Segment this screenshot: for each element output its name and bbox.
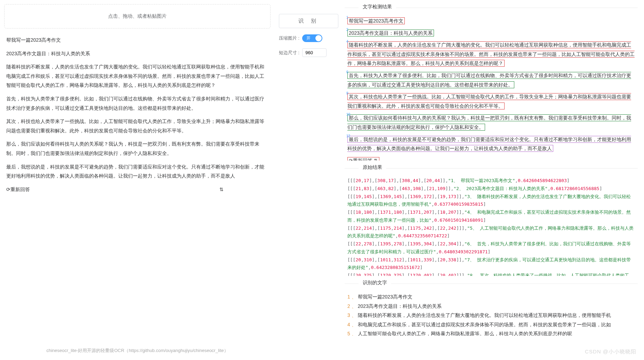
detection-text: 那么，我们应该如何看待科技与人类的关系呢？我认为，科技是一把双刃剑，既有利支有弊… bbox=[347, 114, 631, 131]
short-side-row: 短边尺寸 : bbox=[279, 48, 338, 57]
raw-line: [[[21,83],[463,82],[463,108],[21,109]],"… bbox=[347, 185, 635, 193]
controls-panel: 识 别 压缩图片 : 开 短边尺寸 : bbox=[275, 0, 343, 360]
preview-paragraph: 那么，我们应该如何看待科技与人类的关系呢？我认为，科技是一把双刃剑，既有利支有弊… bbox=[6, 139, 268, 158]
detection-box: ⟳重新回答 bbox=[347, 156, 635, 161]
detection-text: 首先，科技为人类带来了很多便利。比如，我们门可以通过在线购物、外卖等方式省去了很… bbox=[347, 72, 631, 88]
raw-line: [[[20,310],[1011,312],[1011,339],[20,338… bbox=[347, 256, 635, 272]
recognized-line: 5、人工智能可能会取代人类的工作，网络暴力和隐私泄露等。那么，科技与人类的关系到… bbox=[347, 329, 635, 336]
preview-paragraph: 最后，我想说的是，科技的发展是不可避免的趋势，我们门需要适应和应对这个变化。只有… bbox=[6, 162, 268, 181]
short-side-input[interactable] bbox=[302, 48, 327, 57]
image-dropzone[interactable]: 点击、拖动、或者粘贴图片 bbox=[4, 4, 271, 28]
detection-body[interactable]: 1帮我写一篇2023高考作文22023高考作文题目：科技与人类的关系4随着科技的… bbox=[345, 8, 638, 161]
preview-paragraph: 帮我写一篇2023高考作文 bbox=[6, 35, 268, 45]
raw-line: [[[22,214],[1175,214],[1175,242],[22,242… bbox=[347, 224, 635, 240]
detection-section: 文字检测结果 1帮我写一篇2023高考作文22023高考作文题目：科技与人类的关… bbox=[345, 8, 638, 161]
right-panel: 文字检测结果 1帮我写一篇2023高考作文22023高考作文题目：科技与人类的关… bbox=[343, 0, 644, 360]
detection-box: 22023高考作文题目：科技与人类的关系 bbox=[347, 28, 635, 38]
raw-line: [[[19,145],[1369,145],[1369,172],[19,173… bbox=[347, 193, 635, 209]
text-title: 识别的文字 bbox=[359, 280, 391, 286]
short-side-label: 短边尺寸 : bbox=[279, 50, 299, 56]
detection-index: 6 bbox=[346, 69, 348, 75]
text-body[interactable]: 1、帮我写一篇2023高考作文2、2023高考作文题目：科技与人类的关系3、随着… bbox=[345, 284, 638, 336]
detection-text: 其次，科技也给人类带来了一些挑战。比如，人工智能可能会取代人类的工作，导致失业率… bbox=[347, 93, 631, 109]
raw-section: 原始结果 [[[20,17],[308,17],[308,44],[20,44]… bbox=[345, 168, 638, 276]
detection-text: 随着科技的不断发展，人类的生活也发生了广阔大覆地的变化。我们可以轻松地通过互联网… bbox=[347, 41, 635, 67]
preview-paragraph: 2023高考作文题目：科技与人类的关系 bbox=[6, 49, 268, 58]
detection-box: 1帮我写一篇2023高考作文 bbox=[347, 16, 635, 26]
detection-index: 8 bbox=[346, 90, 348, 97]
compress-switch[interactable]: 开 bbox=[302, 34, 322, 42]
detection-index: 10 bbox=[346, 111, 350, 118]
left-panel: 点击、拖动、或者粘贴图片 帮我写一篇2023高考作文2023高考作文题目：科技与… bbox=[0, 0, 275, 360]
raw-title: 原始结果 bbox=[359, 164, 386, 171]
detection-index: 2 bbox=[346, 26, 348, 33]
detection-index: 12 bbox=[346, 133, 350, 139]
detection-box: 4随着科技的不断发展，人类的生活也发生了广阔大覆地的变化。我们可以轻松地通过互联… bbox=[347, 40, 635, 68]
detection-text: 2023高考作文题目：科技与人类的关系 bbox=[347, 30, 434, 36]
detection-text: 帮我写一篇2023高考作文 bbox=[347, 17, 405, 24]
recognized-line: 1、帮我写一篇2023高考作文 bbox=[347, 292, 635, 302]
recognize-button[interactable]: 识 别 bbox=[279, 14, 338, 28]
preview-paragraph: 首先，科技为人类带来了很多便利。比如，我们门可以通过在线购物、外卖等方式省去了很… bbox=[6, 94, 268, 113]
dropzone-text: 点击、拖动、或者粘贴图片 bbox=[108, 13, 167, 19]
preview-paragraph: 随着科技的不断发展，人类的生活也发生了广阔大覆地的变化。我们可以轻松地通过互联网… bbox=[6, 62, 268, 90]
recognized-line: 2、2023高考作文题目：科技与人类的关系 bbox=[347, 302, 635, 311]
switch-knob bbox=[315, 35, 322, 41]
recognized-line: 4、和电脑完成工作和娱乐，甚至可以通过虚拟现实技术亲身体验不同的场景。然而，科技… bbox=[347, 320, 635, 329]
compress-row: 压缩图片 : 开 bbox=[279, 34, 338, 42]
detection-index: 1 bbox=[346, 14, 348, 21]
raw-line: [[[20,375],[1370,375],[1370,402],[20,402… bbox=[347, 272, 635, 276]
raw-line: [[[20,17],[308,17],[308,44],[20,44]],"1、… bbox=[347, 177, 635, 185]
image-preview-text: 帮我写一篇2023高考作文2023高考作文题目：科技与人类的关系随着科技的不断发… bbox=[4, 32, 271, 345]
detection-index: 4 bbox=[346, 38, 348, 45]
detection-box: 6首先，科技为人类带来了很多便利。比如，我们门可以通过在线购物、外卖等方式省去了… bbox=[347, 71, 635, 89]
detection-title: 文字检测结果 bbox=[359, 4, 396, 10]
detection-text: 最后，我想说的是，科技的发展是不可避免的趋势，我们门需要适应和应对这个变化。只有… bbox=[347, 136, 631, 152]
preview-paragraph: 其次，科技也给人类带来了一些挑战。比如，人工智能可能会取代人类的工作，导致失业率… bbox=[6, 117, 268, 135]
raw-line: [[[22,278],[1395,278],[1395,304],[22,304… bbox=[347, 240, 635, 256]
detection-box: 10那么，我们应该如何看待科技与人类的关系呢？我认为，科技是一把双刃剑，既有利支… bbox=[347, 113, 635, 132]
detection-box: 12最后，我想说的是，科技的发展是不可避免的趋势，我们门需要适应和应对这个变化。… bbox=[347, 135, 635, 153]
preview-paragraph: ⟳重新回答 ⇅ bbox=[6, 185, 268, 194]
detection-box: 8其次，科技也给人类带来了一些挑战。比如，人工智能可能会取代人类的工作，导致失业… bbox=[347, 92, 635, 111]
raw-line: [[[18,180],[1371,180],[1371,207],[18,207… bbox=[347, 208, 635, 224]
recognized-line: 3、随着科技的不断发展，人类的生活也发生了广翻大覆地的变化。我们可以轻松地通过互… bbox=[347, 311, 635, 320]
switch-text: 开 bbox=[306, 35, 311, 41]
footer-note: chineseocr_lite-好用开源的轻量级OCR（https://gith… bbox=[4, 345, 271, 356]
text-section: 识别的文字 1、帮我写一篇2023高考作文2、2023高考作文题目：科技与人类的… bbox=[345, 284, 638, 336]
compress-label: 压缩图片 : bbox=[279, 35, 299, 41]
raw-body[interactable]: [[[20,17],[308,17],[308,44],[20,44]],"1、… bbox=[345, 168, 638, 276]
detection-text: ⟳重新回答 bbox=[347, 157, 379, 161]
